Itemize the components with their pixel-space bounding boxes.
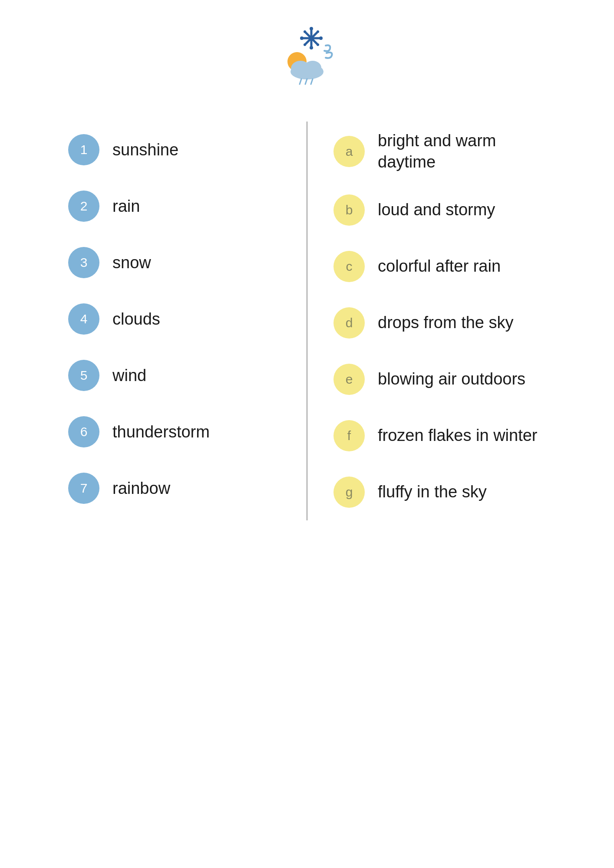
svg-point-5: [310, 27, 313, 30]
vocab-word-rain: rain: [112, 197, 140, 216]
svg-line-18: [311, 79, 313, 84]
number-circle-2: 2: [68, 191, 99, 222]
desc-item-f: f frozen flakes in winter: [333, 408, 546, 464]
letter-circle-f: f: [333, 420, 365, 451]
letter-circle-c: c: [333, 251, 365, 282]
letter-circle-a: a: [333, 136, 365, 167]
vocab-item-rain: 2 rain: [68, 178, 281, 234]
svg-point-15: [304, 61, 321, 75]
svg-point-9: [304, 30, 306, 33]
svg-line-16: [300, 79, 301, 84]
desc-item-c: c colorful after rain: [333, 238, 546, 295]
svg-point-6: [310, 46, 313, 49]
svg-point-7: [300, 36, 304, 40]
desc-text-f: frozen flakes in winter: [378, 425, 538, 446]
number-circle-7: 7: [68, 473, 99, 504]
desc-text-g: fluffy in the sky: [378, 481, 487, 503]
right-column: a bright and warm daytime b loud and sto…: [307, 122, 546, 520]
vocab-word-thunderstorm: thunderstorm: [112, 423, 210, 441]
vocab-item-clouds: 4 clouds: [68, 291, 281, 347]
desc-item-e: e blowing air outdoors: [333, 351, 546, 408]
desc-text-c: colorful after rain: [378, 256, 501, 277]
number-circle-5: 5: [68, 360, 99, 391]
left-column: 1 sunshine 2 rain 3 snow 4 clouds 5 wind…: [68, 122, 307, 520]
vocab-item-snow: 3 snow: [68, 234, 281, 291]
number-circle-3: 3: [68, 247, 99, 278]
matching-content: 1 sunshine 2 rain 3 snow 4 clouds 5 wind…: [68, 122, 546, 520]
number-circle-6: 6: [68, 416, 99, 447]
vocab-item-thunderstorm: 6 thunderstorm: [68, 404, 281, 460]
svg-point-12: [304, 43, 306, 46]
desc-item-d: d drops from the sky: [333, 295, 546, 351]
vocab-item-rainbow: 7 rainbow: [68, 460, 281, 516]
vocab-item-sunshine: 1 sunshine: [68, 122, 281, 178]
letter-circle-e: e: [333, 364, 365, 395]
desc-item-g: g fluffy in the sky: [333, 464, 546, 520]
desc-text-d: drops from the sky: [378, 312, 514, 333]
desc-item-a: a bright and warm daytime: [333, 122, 546, 182]
svg-point-8: [319, 36, 323, 40]
svg-line-17: [305, 79, 307, 84]
vocab-word-sunshine: sunshine: [112, 141, 178, 159]
vocab-word-wind: wind: [112, 366, 146, 385]
letter-circle-b: b: [333, 194, 365, 226]
svg-point-10: [317, 43, 319, 46]
letter-circle-d: d: [333, 307, 365, 339]
desc-item-b: b loud and stormy: [333, 182, 546, 238]
number-circle-4: 4: [68, 303, 99, 335]
letter-circle-g: g: [333, 477, 365, 508]
weather-icon-cluster: [274, 26, 340, 82]
desc-text-a: bright and warm daytime: [378, 130, 546, 173]
number-circle-1: 1: [68, 134, 99, 165]
svg-point-11: [317, 30, 319, 33]
vocab-word-clouds: clouds: [112, 310, 160, 329]
vocab-word-snow: snow: [112, 253, 151, 272]
desc-text-e: blowing air outdoors: [378, 368, 525, 390]
vocab-word-rainbow: rainbow: [112, 479, 170, 498]
vocab-item-wind: 5 wind: [68, 347, 281, 404]
desc-text-b: loud and stormy: [378, 199, 495, 220]
page-header: [274, 26, 340, 108]
